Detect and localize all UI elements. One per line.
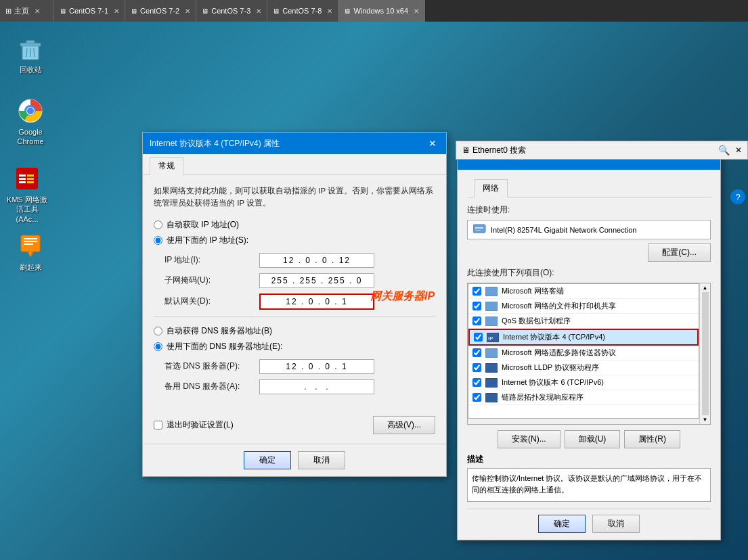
dialog-ipv4: Internet 协议版本 4 (TCP/IPv4) 属性 ✕ 常规 如果网络支… [142, 132, 447, 477]
network-item-0[interactable]: Microsoft 网络客端 [468, 284, 699, 299]
scroll-up-arrow[interactable]: ▲ [701, 283, 709, 292]
svg-rect-14 [27, 174, 34, 177]
subnet-label: 子网掩码(U): [164, 275, 259, 286]
tab-centos71[interactable]: 🖥 CentOS 7-1 ✕ [54, 0, 125, 22]
configure-button[interactable]: 配置(C)... [648, 243, 711, 262]
uninstall-button[interactable]: 卸载(U) [565, 430, 621, 448]
exit-validate-checkbox[interactable] [154, 421, 162, 429]
network-item-5[interactable]: Microsoft LLDP 协议驱动程序 [468, 360, 699, 375]
ethernet-ok-button[interactable]: 确定 [538, 515, 586, 533]
tab-win10-close[interactable]: ✕ [414, 7, 419, 15]
network-item-7[interactable]: 链路层拓扑发现响应程序 [468, 390, 699, 405]
svg-point-9 [27, 108, 34, 114]
tab-centos72[interactable]: 🖥 CentOS 7-2 ✕ [125, 0, 196, 22]
properties-button[interactable]: 属性(R) [624, 430, 680, 448]
close-search-icon[interactable]: ✕ [735, 145, 742, 155]
network-item-2-label: QoS 数据包计划程序 [502, 316, 571, 326]
network-item-3-check[interactable] [474, 333, 483, 342]
chrome-label: Google Chrome [9, 127, 51, 147]
gateway-annotation: 网关服务器IP [370, 289, 435, 304]
description-text: 传输控制协议/Internet 协议。该协议是默认的广域网络协议，用于在不同的相… [472, 474, 702, 494]
auto-dns-radio[interactable] [154, 327, 162, 335]
manual-ip-option[interactable]: 使用下面的 IP 地址(S): [154, 235, 435, 246]
tab-centos71-close[interactable]: ✕ [114, 7, 119, 15]
network-item-6-check[interactable] [472, 378, 481, 387]
network-item-6[interactable]: Internet 协议版本 6 (TCP/IPv6) [468, 375, 699, 390]
advanced-button[interactable]: 高级(V)... [373, 416, 435, 434]
kms-icon-img [14, 165, 41, 192]
ipv4-tabs: 常规 [143, 154, 446, 175]
network-item-3[interactable]: IP Internet 协议版本 4 (TCP/IPv4) [468, 329, 699, 346]
network-item-4[interactable]: Microsoft 网络适配多路传送器协议 [468, 346, 699, 360]
desktop-icon-recycle[interactable]: 回收站 [7, 32, 54, 77]
tab-home-close[interactable]: ✕ [35, 7, 40, 15]
ethernet-tab-network[interactable]: 网络 [474, 179, 508, 197]
desktop-icon-chrome[interactable]: Google Chrome [7, 95, 54, 149]
description-label: 描述 [467, 454, 483, 464]
search-icon[interactable]: 🔍 [718, 145, 730, 156]
ipv4-bottom-buttons: 确定 取消 [143, 444, 446, 476]
auto-ip-label: 自动获取 IP 地址(O) [167, 219, 239, 231]
auto-dns-option[interactable]: 自动获得 DNS 服务器地址(B) [154, 325, 435, 337]
tab-centos73[interactable]: 🖥 CentOS 7-3 ✕ [196, 0, 267, 22]
tab-win10[interactable]: 🖥 Windows 10 x64 ✕ [338, 0, 425, 22]
tab-home[interactable]: ⊞ 主页 ✕ [0, 0, 54, 22]
manual-ip-radio[interactable] [154, 236, 162, 245]
svg-rect-31 [485, 378, 498, 388]
help-button[interactable]: ? [730, 189, 745, 204]
svg-rect-23 [475, 230, 481, 231]
desktop-icon-brush[interactable]: 刷起来 [7, 230, 54, 275]
exit-validate-row: 退出时验证设置(L) [154, 419, 234, 431]
manual-dns-radio[interactable] [154, 342, 162, 351]
network-item-5-check[interactable] [472, 363, 481, 372]
subnet-input[interactable] [259, 273, 374, 288]
network-item-1[interactable]: Microsoft 网络的文件和打印机共享 [468, 299, 699, 314]
auto-ip-radio[interactable] [154, 220, 162, 229]
tab-centos72-close[interactable]: ✕ [185, 7, 190, 15]
separator-1 [154, 317, 435, 317]
svg-rect-22 [475, 227, 483, 229]
tab-centos73-close[interactable]: ✕ [256, 7, 261, 15]
gateway-input[interactable] [259, 294, 374, 310]
network-item-0-check[interactable] [472, 287, 481, 296]
network-item-7-check[interactable] [472, 393, 481, 402]
preferred-dns-input[interactable] [259, 359, 374, 374]
description-box: 传输控制协议/Internet 协议。该协议是默认的广域网络协议，用于在不同的相… [467, 468, 711, 502]
connection-box: Intel(R) 82574L Gigabit Network Connecti… [467, 220, 711, 239]
ip-address-input[interactable] [259, 253, 374, 268]
network-list: Microsoft 网络客端 Microsoft 网络的文件和打印机共享 QoS… [468, 283, 699, 419]
tab-centos78-close[interactable]: ✕ [327, 7, 332, 15]
scroll-down-arrow[interactable]: ▼ [701, 415, 709, 424]
network-item-1-check[interactable] [472, 302, 481, 310]
brush-icon-img [17, 233, 44, 260]
desktop-icon-kms[interactable]: KMS 网络激活工具(AAc... [3, 162, 51, 227]
svg-rect-20 [24, 243, 33, 245]
ipv4-close-button[interactable]: ✕ [426, 137, 439, 150]
vm-icon-4: 🖥 [273, 7, 280, 15]
svg-rect-32 [485, 393, 498, 402]
network-item-4-label: Microsoft 网络适配多路传送器协议 [502, 348, 616, 358]
ipv4-ok-button[interactable]: 确定 [244, 451, 291, 469]
network-item-2-check[interactable] [472, 317, 481, 325]
network-list-scrollbar[interactable]: ▲ ▼ [699, 283, 710, 424]
exit-validate-label: 退出时验证设置(L) [167, 419, 234, 431]
alternate-dns-input[interactable] [259, 379, 374, 394]
ipv4-tab-general[interactable]: 常规 [150, 157, 183, 175]
install-button[interactable]: 安装(N)... [498, 430, 560, 448]
subnet-row: 子网掩码(U): [154, 273, 435, 288]
ip-radio-group: 自动获取 IP 地址(O) 使用下面的 IP 地址(S): [154, 219, 435, 246]
vm-icon-1: 🖥 [60, 7, 66, 15]
alternate-dns-row: 备用 DNS 服务器(A): [154, 379, 435, 394]
svg-rect-25 [485, 302, 498, 311]
connect-using-label: 连接时使用: [467, 204, 711, 216]
network-item-2[interactable]: QoS 数据包计划程序 [468, 314, 699, 329]
tab-centos78[interactable]: 🖥 CentOS 7-8 ✕ [267, 0, 338, 22]
ethernet-cancel-button[interactable]: 取消 [592, 515, 640, 533]
network-item-4-check[interactable] [472, 348, 481, 357]
vm-icon-3: 🖥 [202, 7, 208, 15]
manual-dns-option[interactable]: 使用下面的 DNS 服务器地址(E): [154, 341, 435, 352]
kms-label: KMS 网络激活工具(AAc... [6, 195, 48, 224]
ipv4-cancel-button[interactable]: 取消 [298, 451, 345, 469]
auto-ip-option[interactable]: 自动获取 IP 地址(O) [154, 219, 435, 231]
gateway-label: 默认网关(D): [164, 296, 259, 307]
